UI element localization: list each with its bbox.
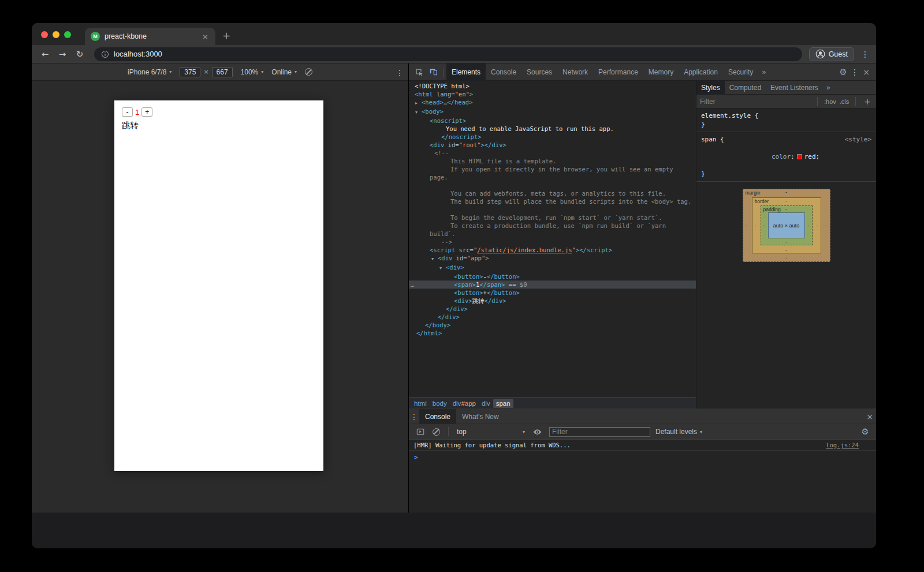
device-toolbar-menu-icon[interactable]: ⋮ — [394, 68, 405, 77]
browser-menu-icon[interactable]: ⋮ — [860, 50, 870, 59]
class-toggle[interactable]: .cls — [840, 98, 850, 105]
tab-elements[interactable]: Elements — [446, 63, 486, 81]
tree-line[interactable]: If you open it directly in the browser, … — [409, 165, 696, 173]
zoom-select[interactable]: 100% ▾ — [241, 68, 264, 76]
new-style-rule-icon[interactable]: + — [862, 97, 873, 106]
tree-line[interactable]: This HTML file is a template. — [409, 157, 696, 165]
reload-icon[interactable]: ↻ — [72, 49, 87, 59]
console-tab-console[interactable]: Console — [419, 409, 456, 424]
hover-state-toggle[interactable]: :hov — [824, 98, 836, 105]
increment-button[interactable]: + — [141, 107, 152, 117]
tree-line[interactable]: <button>-</button> — [409, 272, 696, 281]
tree-line[interactable]: You need to enable JavaScript to run thi… — [409, 125, 696, 133]
tree-line[interactable]: </body> — [409, 321, 696, 329]
tree-line[interactable]: <noscript> — [409, 117, 696, 125]
tree-line[interactable]: ▾<body> — [409, 107, 696, 117]
url-bar[interactable]: localhost:3000 — [94, 47, 802, 61]
window-close-button[interactable] — [41, 31, 48, 38]
console-sidebar-icon[interactable] — [413, 425, 427, 439]
javascript-context-select[interactable]: top ▾ — [457, 428, 525, 436]
collapse-arrow-icon[interactable]: ▾ — [439, 264, 446, 272]
tree-line[interactable]: build`. — [409, 230, 696, 238]
expand-arrow-icon[interactable]: ▸ — [415, 99, 422, 107]
tree-line[interactable]: The build step will place the bundled sc… — [409, 197, 696, 205]
tab-performance[interactable]: Performance — [593, 63, 643, 81]
tree-line[interactable]: ▾<div> — [409, 263, 696, 272]
tree-line[interactable]: To begin the development, run `npm start… — [409, 214, 696, 222]
tree-line[interactable] — [409, 205, 696, 214]
live-expression-eye-icon[interactable] — [530, 425, 544, 439]
page-info-icon[interactable] — [101, 50, 109, 58]
breadcrumb-item-div-app[interactable]: div#app — [450, 399, 479, 408]
element-style-rule[interactable]: element.style { } — [696, 109, 876, 132]
tree-line[interactable]: <script src="/static/js/index.bundle.js"… — [409, 246, 696, 254]
tab-application[interactable]: Application — [679, 63, 723, 81]
tree-line[interactable]: </html> — [409, 329, 696, 337]
toggle-device-toolbar-icon[interactable] — [426, 65, 440, 79]
console-prompt[interactable]: > — [409, 451, 876, 464]
styles-tab-computed[interactable]: Computed — [725, 81, 766, 95]
drawer-close-icon[interactable]: × — [863, 412, 876, 421]
devtools-menu-icon[interactable]: ⋮ — [850, 68, 860, 77]
log-levels-select[interactable]: Default levels ▾ — [655, 428, 702, 436]
back-icon[interactable]: ← — [38, 49, 53, 59]
rule-source-link[interactable]: <style> — [845, 135, 871, 144]
color-swatch-icon[interactable] — [797, 154, 802, 159]
profile-button[interactable]: Guest — [809, 47, 854, 61]
tree-line[interactable]: </noscript> — [409, 133, 696, 141]
box-model-content[interactable]: auto × auto — [768, 212, 805, 238]
breadcrumb-item-div[interactable]: div — [479, 399, 493, 408]
settings-gear-icon[interactable]: ⚙ — [837, 67, 850, 77]
tab-close-icon[interactable]: × — [201, 32, 210, 41]
device-width-input[interactable]: 375 — [180, 67, 200, 77]
tab-sources[interactable]: Sources — [521, 63, 557, 81]
tab-console[interactable]: Console — [486, 63, 521, 81]
tree-line[interactable]: To create a production bundle, use `npm … — [409, 222, 696, 230]
console-log-source-link[interactable]: log.js:24 — [826, 442, 859, 448]
console-tab-what-s-new[interactable]: What's New — [456, 409, 505, 424]
tree-line[interactable] — [409, 181, 696, 189]
tree-line[interactable]: page. — [409, 173, 696, 181]
tree-line[interactable]: ▸<head>…</head> — [409, 98, 696, 107]
styles-tab-event-listeners[interactable]: Event Listeners — [766, 81, 823, 95]
tab-memory[interactable]: Memory — [643, 63, 679, 81]
drawer-menu-icon[interactable]: ⋮ — [409, 412, 419, 421]
browser-tab[interactable]: M preact-kbone × — [85, 28, 215, 45]
more-tabs-icon[interactable]: » — [826, 84, 830, 92]
collapse-arrow-icon[interactable]: ▾ — [431, 255, 438, 263]
rotate-disabled-icon[interactable] — [305, 68, 312, 76]
console-filter-input[interactable] — [549, 427, 650, 437]
box-model-border[interactable]: border padding auto × auto ---- ---- — [752, 197, 821, 253]
collapse-arrow-icon[interactable]: ▾ — [415, 109, 422, 117]
inspect-icon[interactable] — [412, 65, 426, 79]
device-height-input[interactable]: 667 — [212, 67, 233, 77]
css-declaration[interactable]: color:red; — [701, 144, 871, 170]
tree-line[interactable]: ▾<div id="app"> — [409, 254, 696, 263]
tree-line[interactable]: <!-- — [409, 149, 696, 157]
window-minimize-button[interactable] — [53, 31, 59, 38]
tree-line[interactable]: </div> — [409, 313, 696, 321]
tree-line[interactable]: <button>+</button> — [409, 289, 696, 297]
tree-line[interactable]: --> — [409, 238, 696, 246]
box-model-margin[interactable]: margin border padding auto × auto ---- -… — [743, 189, 830, 262]
tab-network[interactable]: Network — [557, 63, 593, 81]
tab-security[interactable]: Security — [723, 63, 758, 81]
tree-line[interactable]: <div id="root"></div> — [409, 141, 696, 149]
tree-line[interactable]: You can add webfonts, meta tags, or anal… — [409, 189, 696, 197]
breadcrumb-item-body[interactable]: body — [430, 399, 450, 408]
more-tabs-icon[interactable]: » — [762, 68, 766, 76]
box-model-padding[interactable]: padding auto × auto ---- — [761, 205, 813, 245]
styles-tab-styles[interactable]: Styles — [696, 81, 725, 95]
tree-row-menu-icon[interactable]: … — [411, 281, 414, 289]
span-style-rule[interactable]: <style> span { color:red; } — [696, 132, 876, 182]
tree-line[interactable]: <div>跳转</div> — [409, 297, 696, 305]
device-select[interactable]: iPhone 6/7/8 ▾ — [128, 68, 172, 76]
decrement-button[interactable]: - — [122, 107, 133, 117]
new-tab-button[interactable]: + — [222, 30, 230, 42]
forward-icon[interactable]: → — [55, 49, 70, 59]
tree-line[interactable]: …<span>1</span> == $0 — [409, 281, 696, 289]
console-settings-gear-icon[interactable]: ⚙ — [859, 427, 871, 437]
tree-line[interactable]: <html lang="en"> — [409, 90, 696, 98]
clear-console-icon[interactable] — [433, 428, 440, 436]
throttling-select[interactable]: Online ▾ — [271, 68, 297, 76]
